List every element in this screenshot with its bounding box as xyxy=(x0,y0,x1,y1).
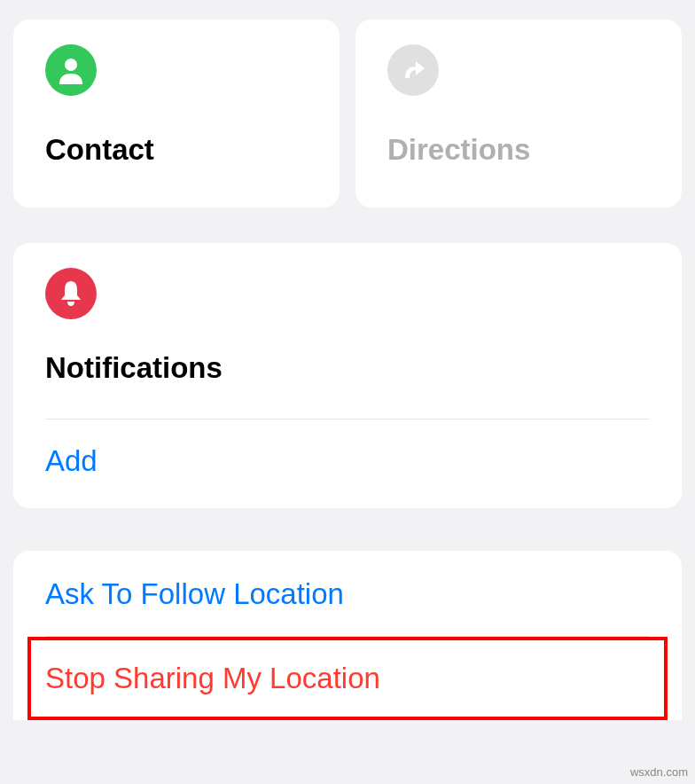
top-cards-row: Contact Directions xyxy=(0,0,695,208)
svg-point-0 xyxy=(65,59,77,71)
watermark: wsxdn.com xyxy=(630,765,688,779)
notifications-title: Notifications xyxy=(45,351,650,385)
contact-card[interactable]: Contact xyxy=(13,20,340,208)
ask-follow-location-button[interactable]: Ask To Follow Location xyxy=(45,577,650,636)
directions-label: Directions xyxy=(387,133,650,167)
bell-icon xyxy=(45,268,97,319)
directions-arrow-icon xyxy=(387,44,439,96)
divider xyxy=(45,419,650,419)
stop-sharing-highlight: Stop Sharing My Location xyxy=(27,637,668,720)
stop-sharing-location-button[interactable]: Stop Sharing My Location xyxy=(45,662,650,695)
location-actions-card: Ask To Follow Location Stop Sharing My L… xyxy=(13,551,682,720)
add-notification-button[interactable]: Add xyxy=(45,444,650,478)
contact-label: Contact xyxy=(45,133,308,167)
directions-card[interactable]: Directions xyxy=(355,20,682,208)
person-icon xyxy=(45,44,97,96)
notifications-card: Notifications Add xyxy=(13,243,682,508)
